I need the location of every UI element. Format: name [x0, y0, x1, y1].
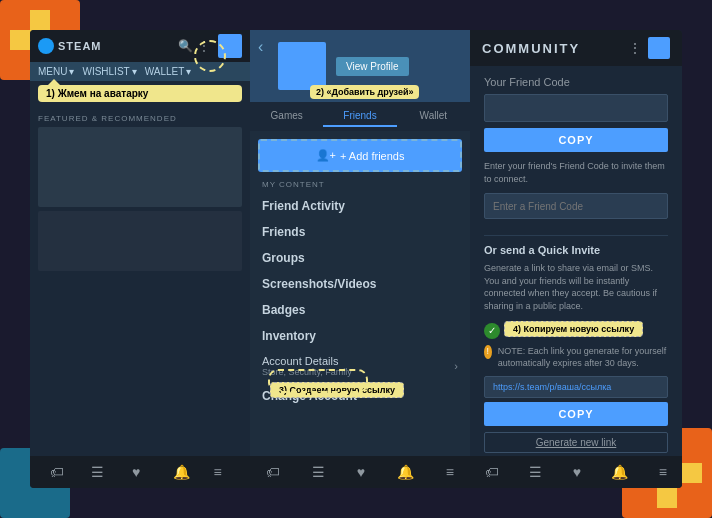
copy-friend-code-button[interactable]: COPY — [484, 128, 668, 152]
menu-friend-activity[interactable]: Friend Activity — [250, 193, 470, 219]
bottom-menu-icon[interactable]: ≡ — [214, 464, 230, 480]
friend-code-input[interactable] — [484, 94, 668, 122]
steam-icon — [38, 38, 54, 54]
nav-menu-label: MENU — [38, 66, 67, 77]
community-header: COMMUNITY ⋮ — [470, 30, 682, 66]
community-avatar[interactable] — [648, 37, 670, 59]
middle-bottom-bar: 🏷 ☰ ♥ 🔔 ≡ — [250, 456, 470, 488]
steam-header: STEAM 🔍 ⋮ — [30, 30, 250, 62]
nav-wishlist-label: WISHLIST — [82, 66, 129, 77]
right-content: Your Friend Code COPY Enter your friend'… — [470, 66, 682, 456]
mb-tag-icon[interactable]: 🏷 — [266, 464, 280, 480]
steam-client-panel: STEAM 🔍 ⋮ MENU ▾ WISHLIST ▾ WALLET ▾ 1) … — [30, 30, 250, 488]
nav-wallet-chevron: ▾ — [186, 66, 191, 77]
bottom-tag-icon[interactable]: 🏷 — [50, 464, 66, 480]
enter-friend-code-input[interactable] — [484, 193, 668, 219]
community-panel: COMMUNITY ⋮ Your Friend Code COPY Enter … — [470, 30, 682, 488]
featured-image-1 — [38, 127, 242, 207]
tab-friends[interactable]: Friends — [323, 106, 396, 127]
quick-invite-title: Or send a Quick Invite — [484, 244, 668, 256]
tab-wallet[interactable]: Wallet — [397, 106, 470, 127]
rb-menu-icon[interactable]: ≡ — [659, 464, 667, 480]
my-content-label: MY CONTENT — [250, 180, 470, 193]
more-icon[interactable]: ⋮ — [198, 39, 212, 53]
nav-wallet-label: WALLET — [145, 66, 185, 77]
rb-bell-icon[interactable]: 🔔 — [611, 464, 628, 480]
search-icon[interactable]: 🔍 — [178, 39, 192, 53]
nav-menu-chevron: ▾ — [69, 66, 74, 77]
community-more-icon[interactable]: ⋮ — [628, 40, 642, 56]
annotation-4: 4) Копируем новую ссылку — [504, 321, 643, 337]
arrow-icon: › — [454, 360, 458, 372]
mb-heart-icon[interactable]: ♥ — [357, 464, 365, 480]
nav-wishlist-chevron: ▾ — [132, 66, 137, 77]
checkmark-icon: ✓ — [484, 323, 500, 339]
account-details-label: Account Details — [262, 355, 352, 367]
bottom-heart-icon[interactable]: ♥ — [132, 464, 148, 480]
generate-new-link-button[interactable]: Generate new link — [484, 432, 668, 453]
menu-groups[interactable]: Groups — [250, 245, 470, 271]
nav-bar: MENU ▾ WISHLIST ▾ WALLET ▾ — [30, 62, 250, 81]
nav-menu[interactable]: MENU ▾ — [38, 66, 74, 77]
warning-text: ! NOTE: Each link you generate for yours… — [484, 345, 668, 370]
left-content: FEATURED & RECOMMENDED — [30, 106, 250, 456]
quick-invite-desc: Generate a link to share via email or SM… — [484, 262, 668, 312]
mb-menu-icon[interactable]: ≡ — [446, 464, 454, 480]
nav-wallet[interactable]: WALLET ▾ — [145, 66, 192, 77]
main-container: STEAM 🔍 ⋮ MENU ▾ WISHLIST ▾ WALLET ▾ 1) … — [30, 30, 682, 488]
add-friends-icon: 👤+ — [316, 149, 336, 162]
menu-screenshots[interactable]: Screenshots/Videos — [250, 271, 470, 297]
nav-wishlist[interactable]: WISHLIST ▾ — [82, 66, 136, 77]
profile-avatar[interactable] — [278, 42, 326, 90]
community-header-icons: ⋮ — [628, 37, 670, 59]
community-bottom-bar: 🏷 ☰ ♥ 🔔 ≡ — [470, 456, 682, 488]
invite-link-box: https://s.team/p/ваша/ссылка — [484, 376, 668, 398]
copy-invite-link-button[interactable]: COPY — [484, 402, 668, 426]
annotation-4-wrapper: ✓ 4) Копируем новую ссылку — [484, 321, 668, 341]
friend-code-title: Your Friend Code — [484, 76, 668, 88]
left-bottom-bar: 🏷 ☰ ♥ 🔔 ≡ — [30, 456, 250, 488]
add-friends-button[interactable]: 👤+ + Add friends — [258, 139, 462, 172]
menu-badges[interactable]: Badges — [250, 297, 470, 323]
view-profile-button[interactable]: View Profile — [336, 57, 409, 76]
tab-games[interactable]: Games — [250, 106, 323, 127]
mb-list-icon[interactable]: ☰ — [312, 464, 325, 480]
divider — [484, 235, 668, 236]
menu-inventory[interactable]: Inventory — [250, 323, 470, 349]
warning-icon: ! — [484, 345, 492, 359]
steam-friends-panel: ‹ View Profile 2) «Добавить друзей» Game… — [250, 30, 470, 488]
steam-header-icons: 🔍 ⋮ — [178, 34, 242, 58]
mb-bell-icon[interactable]: 🔔 — [397, 464, 414, 480]
menu-friends[interactable]: Friends — [250, 219, 470, 245]
featured-label: FEATURED & RECOMMENDED — [38, 114, 242, 123]
annotation-3-circle — [268, 369, 368, 393]
friend-code-description: Enter your friend's Friend Code to invit… — [484, 160, 668, 185]
annotation-2: 2) «Добавить друзей» — [310, 85, 419, 99]
steam-logo: STEAM — [38, 38, 102, 54]
steam-title: STEAM — [58, 40, 102, 52]
bottom-list-icon[interactable]: ☰ — [91, 464, 107, 480]
rb-tag-icon[interactable]: 🏷 — [485, 464, 499, 480]
middle-tabs: Games Friends Wallet — [250, 102, 470, 131]
rb-heart-icon[interactable]: ♥ — [573, 464, 581, 480]
add-friends-label: + Add friends — [340, 150, 405, 162]
back-arrow[interactable]: ‹ — [258, 38, 263, 56]
rb-list-icon[interactable]: ☰ — [529, 464, 542, 480]
annotation-1: 1) Жмем на аватарку — [38, 85, 242, 102]
community-title: COMMUNITY — [482, 41, 580, 56]
bottom-bell-icon[interactable]: 🔔 — [173, 464, 189, 480]
warning-message: NOTE: Each link you generate for yoursel… — [498, 345, 668, 370]
featured-image-2 — [38, 211, 242, 271]
steam-avatar[interactable] — [218, 34, 242, 58]
